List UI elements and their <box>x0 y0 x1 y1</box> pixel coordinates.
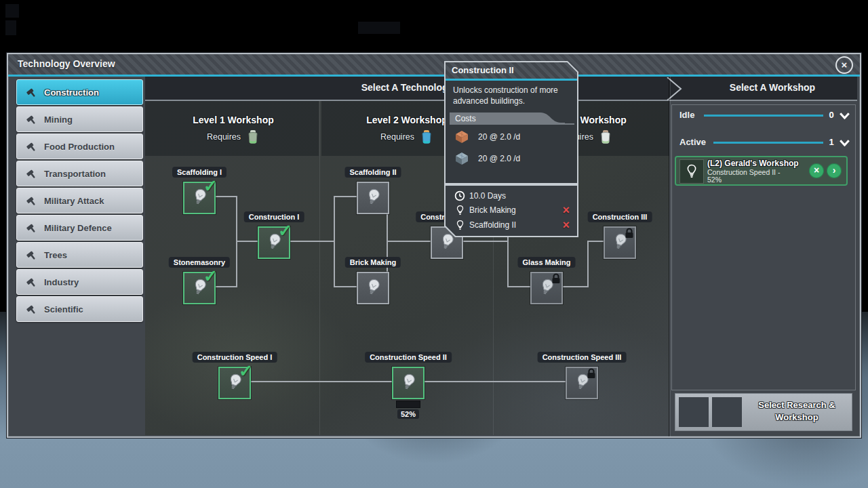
sidebar-item-transportation[interactable]: Transportation <box>16 161 143 186</box>
sidebar-item-trees[interactable]: Trees <box>16 242 143 268</box>
window-title: Technology Overview <box>18 58 115 69</box>
workshop-card-geralds-workshop[interactable]: (L2) Gerald's Workshop Construction Spee… <box>675 156 848 186</box>
workshop-bulb-icon <box>679 159 704 184</box>
cost-text: 20 @ 2.0 /d <box>478 154 520 163</box>
chevron-down-icon[interactable] <box>840 113 850 119</box>
sidebar-item-military-attack[interactable]: Military Attack <box>16 188 143 214</box>
lightbulb-icon <box>364 188 382 208</box>
connector-line <box>213 286 237 287</box>
sidebar-item-label: Mining <box>44 115 73 125</box>
hammer-icon <box>25 249 37 261</box>
active-slider[interactable] <box>713 142 823 144</box>
connector-line <box>213 196 237 197</box>
sidebar-item-mining[interactable]: Mining <box>16 106 143 132</box>
tech-node-construction-speed-3[interactable]: Construction Speed III <box>566 367 598 399</box>
panel-divider <box>670 77 671 436</box>
remove-prerequisite-button[interactable]: × <box>562 218 570 232</box>
lock-icon <box>624 228 635 242</box>
connector-line <box>460 241 508 242</box>
active-value: 1 <box>826 137 837 147</box>
column-divider <box>319 101 320 435</box>
connector-line <box>560 286 588 287</box>
workshop-list-box <box>671 104 856 390</box>
connector-line <box>587 241 589 287</box>
confirm-workshop-button[interactable]: › <box>827 163 842 178</box>
connector-line <box>288 241 334 242</box>
workshop-detail-percent: 52% <box>707 176 722 184</box>
cost-text: 20 @ 2.0 /d <box>478 132 520 142</box>
tooltip-accent-line <box>446 79 577 81</box>
hammer-icon <box>25 140 37 152</box>
tooltip-construction-2: Construction II Unlocks construction of … <box>444 61 578 184</box>
blue-jar-icon <box>420 129 433 144</box>
sidebar-item-label: Construction <box>44 87 99 98</box>
tech-node-construction-speed-1[interactable]: Construction Speed I ✓ <box>218 367 251 399</box>
node-label: Construction III <box>588 211 652 222</box>
requires-label: Requires <box>207 132 241 142</box>
tooltip-header: Construction II <box>446 62 577 79</box>
remove-prerequisite-button[interactable]: × <box>562 203 570 217</box>
close-button[interactable]: × <box>835 56 853 74</box>
sidebar-item-military-defence[interactable]: Military Defence <box>16 215 143 241</box>
hammer-icon <box>25 113 37 125</box>
tech-panel-header: Select A Technology <box>145 82 669 93</box>
connector-line <box>422 381 566 382</box>
bricks-icon <box>454 129 470 145</box>
background-widget <box>5 20 16 35</box>
costs-tab: Costs <box>450 113 574 125</box>
workshop-slot[interactable] <box>712 397 742 427</box>
tech-node-construction-1[interactable]: Construction I ✓ <box>258 226 290 259</box>
lightbulb-icon <box>453 205 467 216</box>
background-widget <box>358 22 400 34</box>
lightbulb-icon <box>364 278 382 298</box>
cost-row: 20 @ 2.0 /d <box>446 150 577 167</box>
tech-node-construction-3[interactable]: Construction III <box>604 226 636 259</box>
sidebar-item-industry[interactable]: Industry <box>16 269 143 295</box>
tech-node-glass-making[interactable]: Glass Making <box>530 272 563 304</box>
background-widget <box>5 4 19 18</box>
tech-node-scaffolding-1[interactable]: Scaffolding I ✓ <box>183 182 216 214</box>
technology-overview-window: Technology Overview × Construction Minin… <box>7 53 861 438</box>
hammer-icon <box>25 195 37 207</box>
hammer-icon <box>25 86 37 98</box>
selection-footer: Select Research & Workshop <box>675 393 852 431</box>
lightbulb-icon <box>399 373 417 393</box>
tooltip-title: Construction II <box>452 65 514 75</box>
tooltip-description: Unlocks construction of more advanced bu… <box>453 85 571 106</box>
node-label: Construction Speed III <box>538 352 627 363</box>
node-label: Brick Making <box>345 257 401 268</box>
prerequisite-row: Scaffolding II × <box>446 218 577 232</box>
idle-slider[interactable] <box>704 115 823 117</box>
sidebar-item-label: Scientific <box>44 304 83 314</box>
sidebar-item-label: Trees <box>44 250 67 260</box>
sidebar-item-label: Food Production <box>44 142 115 152</box>
tooltip-requirements-section: 10.0 Days Brick Making × Scaffolding II … <box>444 184 578 237</box>
sidebar-item-label: Military Defence <box>44 223 112 233</box>
column-panel <box>145 101 319 156</box>
footer-label: Select Research & Workshop <box>746 399 848 423</box>
research-progress-label: 52% <box>397 409 419 419</box>
node-label: Stonemasonry <box>169 257 230 268</box>
chevron-down-icon[interactable] <box>840 140 850 146</box>
tech-node-brick-making[interactable]: Brick Making <box>357 272 389 304</box>
lightbulb-icon <box>453 220 467 231</box>
lock-icon <box>551 273 561 287</box>
sidebar-item-label: Transportation <box>44 169 106 179</box>
column-requires: Requires <box>165 129 301 144</box>
active-label: Active <box>679 137 706 147</box>
requires-label: Requires <box>380 132 414 142</box>
tech-node-scaffolding-2[interactable]: Scaffolding II <box>357 182 389 214</box>
tech-node-stonemasonry[interactable]: Stonemasonry ✓ <box>183 272 216 304</box>
remove-workshop-button[interactable]: × <box>809 163 824 178</box>
sidebar-item-construction[interactable]: Construction <box>16 79 143 105</box>
connector-line <box>237 241 258 242</box>
workshop-name: (L2) Gerald's Workshop <box>707 159 799 168</box>
check-icon: ✓ <box>278 221 292 241</box>
sidebar-item-food-production[interactable]: Food Production <box>16 134 143 159</box>
sidebar-item-scientific[interactable]: Scientific <box>16 296 143 322</box>
tech-node-construction-speed-2[interactable]: Construction Speed II 52% <box>392 367 425 399</box>
connector-line <box>387 241 431 242</box>
research-slot[interactable] <box>679 397 709 427</box>
prerequisite-label: Scaffolding II <box>469 220 516 230</box>
research-progress-bar <box>396 401 420 408</box>
